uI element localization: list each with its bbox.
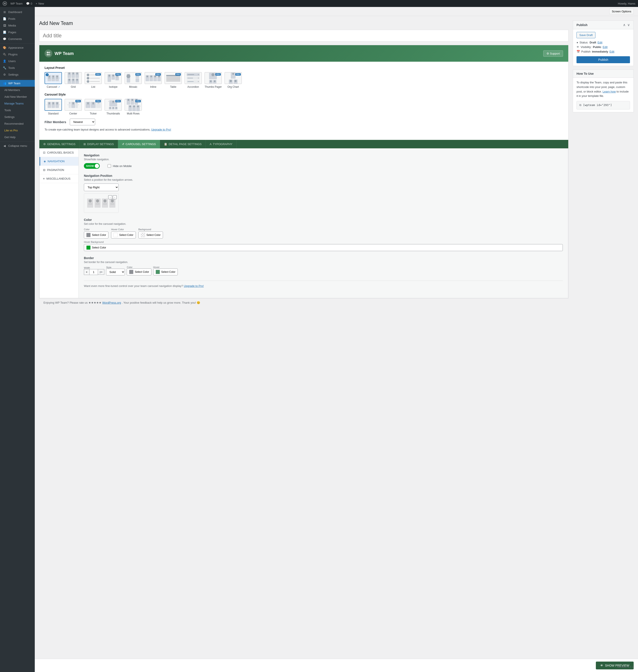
border-hover-select-btn[interactable]: Select Color (153, 269, 178, 275)
tab-detail[interactable]: 📋 DETAIL PAGE SETTINGS (160, 140, 205, 148)
border-color-select-btn[interactable]: Select Color (127, 269, 151, 275)
preset-table[interactable]: Table (165, 72, 182, 88)
calendar-icon: 📅 (576, 50, 580, 53)
style-standard[interactable]: ‹ › Standard (45, 99, 62, 115)
hover-color-select-btn[interactable]: Select Color (111, 231, 136, 239)
preset-label-carousel: Carousel ↗ (47, 85, 60, 88)
select-color-label-3: Select Color (147, 234, 161, 237)
sidebar-item-settings-sub[interactable]: Settings (0, 114, 35, 120)
add-title-input[interactable] (39, 30, 569, 41)
border-hover-group: Hover Select Color (153, 266, 178, 275)
sidebar-item-wp-team[interactable]: 👥 WP Team (0, 80, 35, 87)
users-icon: 👤 (3, 59, 6, 63)
sidebar-item-plugins[interactable]: 🔌 Plugins (0, 51, 35, 58)
wordpress-link[interactable]: WordPress.org (102, 301, 121, 304)
pro-upgrade-link[interactable]: Upgrade to Pro! (184, 284, 204, 288)
learn-how-link[interactable]: Learn how (603, 90, 616, 93)
preset-carousel[interactable]: ✓ ‹ › Carousel ↗ (45, 72, 62, 88)
collapse-icon: ◀ (3, 144, 6, 148)
sidebar-item-add-new-member[interactable]: Add New Member (0, 93, 35, 100)
wp-team-icon: 👥 (3, 82, 6, 85)
sidebar-item-recommended[interactable]: Recommended (0, 120, 35, 127)
sidebar-item-media[interactable]: 🖼 Media (0, 22, 35, 29)
settings-sidebar-navigation[interactable]: ◈ NAVIGATION (39, 157, 79, 166)
wp-logo-item[interactable]: W (3, 1, 7, 6)
sidebar-item-lite-vs-pro[interactable]: Lite vs Pro (0, 127, 35, 134)
shortcode-box[interactable]: ⧉ [wpteam id="293"] (576, 101, 630, 109)
new-item[interactable]: + New (36, 2, 44, 5)
style-thumb-center: ‹ › (65, 99, 82, 111)
style-ticker[interactable]: Ticker (85, 99, 102, 115)
sidebar-item-tools[interactable]: 🔧 Tools (0, 65, 35, 71)
preset-grid-item[interactable]: Grid (65, 72, 82, 88)
preset-thumbs-pager[interactable]: Thumbs Pager (204, 72, 222, 88)
style-thumbnails[interactable]: ‹ › (104, 99, 122, 115)
sidebar-item-all-members[interactable]: All Members (0, 87, 35, 93)
sidebar-item-users[interactable]: 👤 Users (0, 58, 35, 65)
filter-members-select[interactable]: Newest Oldest Alphabetical Random (70, 119, 95, 125)
border-style-select[interactable]: Solid Dashed Dotted Double None (106, 269, 125, 275)
select-color-label-5: Select Color (135, 271, 149, 273)
sidebar-item-manage-teams[interactable]: Manage Teams (0, 100, 35, 107)
new-label: New (38, 2, 44, 5)
preset-list[interactable]: List (85, 72, 102, 88)
sidebar-item-tools-sub[interactable]: Tools (0, 107, 35, 114)
site-name: WP Team (11, 2, 22, 5)
show-toggle[interactable]: SHOW (84, 163, 100, 169)
tab-general[interactable]: ⚙ GENERAL SETTINGS (39, 140, 80, 148)
support-button[interactable]: ⚙ Support (543, 50, 563, 57)
hide-mobile-checkbox[interactable] (107, 164, 111, 168)
tab-typography[interactable]: A TYPOGRAPHY (206, 140, 237, 148)
right-sidebar: Publish ∧ ∨ Save Draft ● Status: Draft E… (573, 20, 634, 112)
preset-accordion[interactable]: + + + Accordion (184, 72, 202, 88)
navigation-position-title: Navigation Position (84, 174, 563, 177)
visibility-edit-link[interactable]: Edit (603, 46, 607, 49)
settings-sidebar-miscellaneous[interactable]: ≡ MISCELLANEOUS (39, 174, 79, 183)
publish-collapse-btn[interactable]: ∧ (623, 23, 626, 27)
status-edit-link[interactable]: Edit (598, 41, 602, 44)
filter-members-row: Filter Members Newest Oldest Alphabetica… (45, 119, 563, 125)
sidebar-item-appearance[interactable]: 🎨 Appearance (0, 44, 35, 51)
sidebar-item-collapse[interactable]: ◀ Collapse menu (0, 142, 35, 149)
publish-body: Save Draft ● Status: Draft Edit 👁 Visibi… (573, 29, 634, 66)
sidebar-item-comments[interactable]: 💬 Comments (0, 36, 35, 42)
select-color-label-4: Select Color (92, 246, 106, 249)
sidebar-item-settings[interactable]: ⚙ Settings (0, 71, 35, 78)
hover-bg-color-select-btn[interactable]: Select Color (84, 244, 563, 251)
left-arrow-icon: ‹ (68, 104, 68, 106)
preset-mosaic[interactable]: Mosaic (124, 72, 142, 88)
color-select-btn[interactable]: Select Color (84, 231, 108, 239)
style-multi-rows[interactable]: ‹ (124, 99, 142, 115)
sidebar-item-dashboard[interactable]: ⊞ Dashboard (0, 9, 35, 15)
publish-expand-btn[interactable]: ∨ (627, 23, 630, 27)
navigation-icon: ◈ (44, 160, 46, 163)
sidebar-item-posts[interactable]: 📄 Posts (0, 15, 35, 22)
site-name-item[interactable]: WP Team (11, 2, 22, 5)
settings-sidebar-pagination[interactable]: ⊟ PAGINATION (39, 166, 79, 174)
settings-sidebar-carousel-basics[interactable]: ⊡ CAROUSEL BASICS (39, 148, 79, 157)
save-draft-btn[interactable]: Save Draft (576, 32, 595, 38)
sidebar-item-get-help[interactable]: Get Help (0, 134, 35, 140)
style-center[interactable]: ‹ › Center (65, 99, 82, 115)
background-color-select-btn[interactable]: Select Color (138, 231, 163, 239)
tab-display[interactable]: ⊞ DISPLAY SETTINGS (80, 140, 118, 148)
wp-logo-icon: W (3, 1, 7, 6)
publish-time-edit-link[interactable]: Edit (609, 50, 614, 53)
navigation-position-select[interactable]: Top Right Top Left Bottom Right Bottom L… (84, 184, 119, 191)
preset-thumb-table (165, 72, 182, 84)
preview-eye-icon: 👁 (600, 664, 603, 667)
preset-label-accordion: Accordion (187, 85, 199, 88)
border-width-input[interactable] (89, 269, 98, 275)
tab-carousel[interactable]: ↺ CAROUSEL SETTINGS (118, 140, 160, 148)
upgrade-link[interactable]: Upgrade to Pro! (151, 128, 171, 131)
dashboard-icon: ⊞ (3, 11, 6, 14)
preset-isotope[interactable]: Isotope (104, 72, 122, 88)
publish-btn[interactable]: Publish (576, 56, 630, 63)
screen-options-btn[interactable]: Screen Options (609, 9, 634, 14)
comments-item[interactable]: 💬 0 (26, 2, 32, 5)
sidebar-item-pages[interactable]: 📃 Pages (0, 29, 35, 36)
border-plus-btn[interactable]: + (84, 269, 89, 275)
preset-thumb-list (85, 72, 102, 84)
preset-org-chart[interactable]: Org Chart (224, 72, 242, 88)
preset-inline[interactable]: Inline (145, 72, 162, 88)
